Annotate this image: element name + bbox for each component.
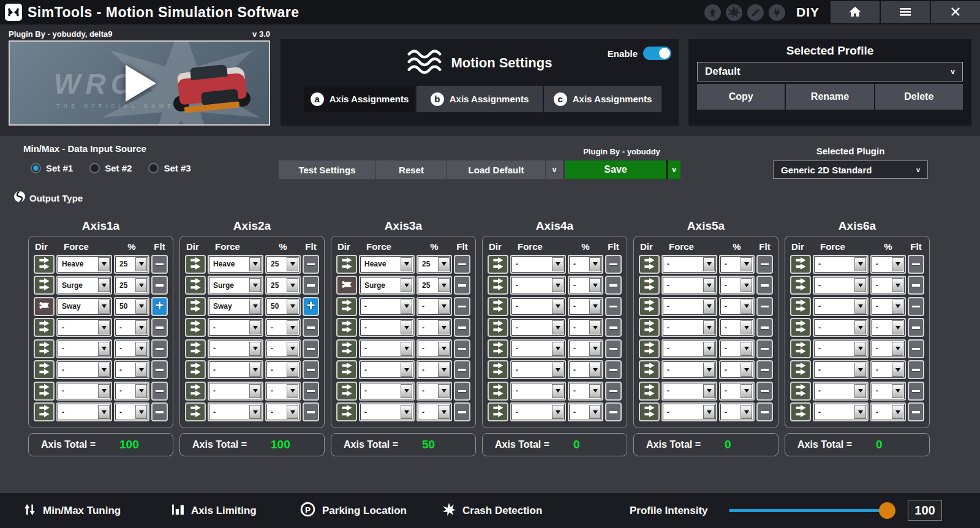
chevron-down-icon[interactable]	[438, 405, 450, 419]
chevron-down-icon[interactable]	[589, 363, 601, 377]
filter-button[interactable]	[606, 341, 620, 357]
percent-select[interactable]: -	[872, 404, 905, 420]
chevron-down-icon[interactable]	[589, 405, 601, 419]
force-select[interactable]: -	[58, 341, 111, 357]
chevron-down-icon[interactable]	[98, 320, 110, 334]
enable-toggle[interactable]	[643, 47, 671, 60]
force-select[interactable]: -	[209, 404, 262, 420]
direction-button[interactable]	[791, 361, 810, 378]
filter-button[interactable]	[758, 319, 772, 336]
chevron-down-icon[interactable]	[703, 342, 715, 356]
force-select[interactable]: -	[360, 361, 413, 378]
chevron-down-icon[interactable]	[98, 384, 110, 398]
force-select[interactable]: -	[663, 404, 716, 420]
chevron-down-icon[interactable]	[892, 278, 903, 292]
chevron-down-icon[interactable]	[703, 257, 715, 271]
force-select[interactable]: -	[360, 383, 413, 399]
filter-button[interactable]	[153, 341, 167, 357]
arrow-up-icon[interactable]	[704, 4, 721, 21]
percent-select[interactable]: -	[569, 277, 602, 293]
chevron-down-icon[interactable]	[438, 320, 450, 334]
chevron-down-icon[interactable]	[287, 320, 298, 334]
force-select[interactable]: Surge	[360, 277, 413, 293]
force-select[interactable]: -	[814, 256, 867, 273]
chevron-down-icon[interactable]	[703, 384, 715, 398]
direction-button[interactable]	[791, 341, 810, 357]
chevron-down-icon[interactable]	[703, 278, 715, 292]
force-select[interactable]: -	[511, 383, 565, 399]
force-select[interactable]: Heave	[209, 256, 262, 273]
chevron-down-icon[interactable]	[135, 278, 147, 292]
percent-select[interactable]: -	[720, 256, 753, 273]
force-select[interactable]: -	[360, 319, 413, 336]
direction-button[interactable]	[337, 361, 356, 378]
chevron-down-icon[interactable]	[98, 363, 110, 377]
percent-select[interactable]: -	[569, 341, 602, 357]
crash-icon[interactable]	[726, 4, 742, 21]
force-select[interactable]: -	[663, 256, 716, 273]
percent-select[interactable]: -	[720, 319, 753, 336]
percent-select[interactable]: -	[266, 361, 300, 378]
force-select[interactable]: -	[360, 341, 413, 357]
chevron-down-icon[interactable]	[741, 384, 752, 398]
percent-select[interactable]: -	[115, 404, 148, 420]
radio-dot[interactable]	[31, 163, 41, 173]
percent-select[interactable]: 50	[115, 298, 148, 315]
filter-button[interactable]	[153, 383, 167, 399]
min-max-tuning-button[interactable]: Min/Max Tuning	[23, 493, 121, 528]
direction-button[interactable]	[337, 404, 356, 420]
force-select[interactable]: -	[663, 341, 716, 357]
direction-button[interactable]	[791, 404, 810, 420]
direction-button[interactable]	[640, 383, 658, 399]
force-select[interactable]: -	[663, 277, 716, 293]
chevron-down-icon[interactable]	[552, 320, 564, 334]
chevron-down-icon[interactable]	[552, 278, 564, 292]
percent-select[interactable]: -	[569, 404, 602, 420]
direction-button[interactable]	[186, 341, 205, 357]
chevron-down-icon[interactable]	[401, 363, 412, 377]
load-default-dropdown-button[interactable]: v	[546, 160, 563, 179]
percent-select[interactable]: -	[115, 383, 148, 399]
chevron-down-icon[interactable]	[135, 257, 147, 271]
direction-button[interactable]	[640, 341, 658, 357]
direction-button[interactable]	[640, 298, 658, 315]
direction-button[interactable]	[186, 277, 205, 293]
force-select[interactable]: -	[814, 298, 867, 315]
percent-select[interactable]: -	[720, 361, 753, 378]
filter-button[interactable]	[606, 383, 620, 399]
play-icon[interactable]	[126, 65, 156, 102]
force-select[interactable]: -	[209, 319, 262, 336]
chevron-down-icon[interactable]	[438, 257, 450, 271]
chevron-down-icon[interactable]	[249, 257, 261, 271]
filter-button[interactable]	[153, 361, 167, 378]
filter-button[interactable]	[153, 277, 167, 293]
force-select[interactable]: Surge	[58, 277, 111, 293]
chevron-down-icon[interactable]	[552, 384, 564, 398]
filter-button[interactable]	[153, 404, 167, 420]
direction-button[interactable]	[35, 298, 53, 315]
chevron-down-icon[interactable]	[741, 342, 752, 356]
chevron-down-icon[interactable]	[892, 300, 903, 314]
direction-button[interactable]	[640, 361, 658, 378]
chevron-down-icon[interactable]	[401, 320, 412, 334]
plugin-select[interactable]: Generic 2D Standard v	[773, 160, 928, 179]
direction-button[interactable]	[35, 383, 53, 399]
filter-button[interactable]	[304, 341, 318, 357]
direction-button[interactable]	[186, 298, 205, 315]
force-select[interactable]: Sway	[209, 298, 262, 315]
delete-button[interactable]: Delete	[875, 84, 963, 110]
direction-button[interactable]	[35, 404, 53, 420]
home-button[interactable]	[831, 1, 880, 23]
percent-select[interactable]: -	[418, 404, 451, 420]
filter-button[interactable]	[909, 319, 923, 336]
set-3-radio[interactable]: Set #3	[148, 163, 190, 173]
filter-button[interactable]	[455, 361, 469, 378]
profile-intensity-value[interactable]: 100	[908, 500, 942, 521]
filter-button[interactable]	[909, 383, 923, 399]
force-select[interactable]: -	[814, 361, 867, 378]
percent-select[interactable]: -	[720, 404, 753, 420]
direction-button[interactable]	[489, 341, 507, 357]
filter-button[interactable]	[758, 361, 772, 378]
chevron-down-icon[interactable]	[438, 300, 450, 314]
percent-select[interactable]: -	[418, 383, 451, 399]
